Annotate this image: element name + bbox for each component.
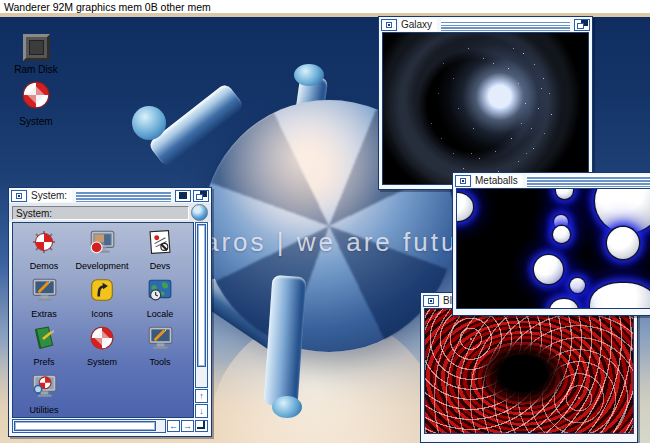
monitor-picture-ball-icon [88, 229, 116, 259]
boing-ball-spiked-icon [30, 229, 58, 259]
metaballs-demo-canvas [456, 188, 650, 309]
drawer-icon-tools[interactable]: Tools [131, 322, 189, 370]
aros-wanderer-screen: Wanderer 92M graphics mem 0B other mem a… [0, 0, 650, 443]
window-system-drawer: System: System: Demos [8, 187, 212, 437]
memory-status-text: Wanderer 92M graphics mem 0B other mem [4, 1, 211, 13]
depth-gadget-icon[interactable] [574, 19, 590, 31]
drawer-icon-system[interactable]: System [73, 322, 131, 370]
titlebar-drag-stripes[interactable] [527, 175, 650, 187]
drawer-icon-extras[interactable]: Extras [15, 274, 73, 322]
system-titlebar[interactable]: System: [9, 188, 211, 203]
wallpaper-tube-cap [272, 396, 302, 418]
wallpaper-tube-cap [132, 106, 166, 140]
road-sign-curved-arrow-icon [88, 277, 116, 307]
vertical-scroll-track[interactable] [195, 222, 208, 388]
drawer-icon-utilities[interactable]: Utilities [15, 370, 73, 418]
galaxy-demo-canvas [382, 32, 589, 185]
drawer-icon-devs[interactable]: Devs [131, 226, 189, 274]
desktop-icon-label: System [19, 116, 52, 127]
titlebar-drag-stripes[interactable] [76, 190, 171, 202]
world-map-clock-icon [146, 277, 174, 307]
galaxy-titlebar[interactable]: Galaxy [379, 17, 592, 32]
monitor-ball-magnifier-icon [30, 373, 58, 403]
path-bar: System: [9, 203, 211, 222]
scroll-down-arrow-icon[interactable]: ↓ [195, 404, 208, 418]
monitor-pencil-icon [30, 277, 58, 307]
close-gadget-icon[interactable] [455, 175, 471, 187]
window-resize-gadget-icon[interactable] [195, 420, 208, 432]
drawer-icon-demos[interactable]: Demos [15, 226, 73, 274]
disk-usage-icon[interactable] [191, 204, 208, 221]
vertical-scroll-thumb[interactable] [197, 224, 206, 367]
monitor-pencil-icon [146, 325, 174, 355]
vertical-scrollbar: ↑ ↓ [195, 222, 208, 418]
metaballs-titlebar[interactable]: Metaballs [453, 173, 650, 188]
desktop-icon-system[interactable]: System [10, 81, 62, 127]
titlebar-drag-stripes[interactable] [441, 19, 570, 31]
scroll-left-arrow-icon[interactable]: ← [167, 420, 180, 432]
screen-title-bar[interactable]: Wanderer 92M graphics mem 0B other mem [0, 0, 650, 14]
green-book-pencil-icon [30, 325, 58, 355]
blackhole-demo-canvas [424, 308, 634, 434]
wallpaper-tube-cap [294, 64, 324, 86]
document-sketch-icon [146, 229, 174, 259]
boing-ball-icon [88, 325, 116, 355]
window-metaballs: Metaballs [452, 172, 650, 316]
window-galaxy: Galaxy [378, 16, 593, 190]
scroll-right-arrow-icon[interactable]: → [181, 420, 194, 432]
desktop-icon-ram-disk[interactable]: Ram Disk [8, 34, 64, 75]
close-gadget-icon[interactable] [11, 190, 27, 202]
drawer-icon-development[interactable]: Development [73, 226, 131, 274]
drawer-icon-prefs[interactable]: Prefs [15, 322, 73, 370]
window-title: Metaballs [473, 175, 523, 187]
drawer-icon-locale[interactable]: Locale [131, 274, 189, 322]
drawer-icon-area: Demos Development [12, 222, 194, 418]
drawer-icon-icons[interactable]: Icons [73, 274, 131, 322]
zoom-gadget-icon[interactable] [175, 190, 191, 202]
ram-disk-chip-icon [23, 34, 50, 61]
window-title: System: [29, 190, 72, 202]
desktop-icon-label: Ram Disk [14, 64, 57, 75]
horizontal-scrollbar: ← → [12, 419, 208, 433]
depth-gadget-icon[interactable] [193, 190, 209, 202]
path-input[interactable]: System: [12, 206, 189, 220]
horizontal-scroll-track[interactable] [12, 419, 166, 433]
horizontal-scroll-thumb[interactable] [14, 421, 156, 431]
scroll-up-arrow-icon[interactable]: ↑ [195, 389, 208, 403]
boing-ball-icon [22, 81, 50, 113]
galaxy-star-particles [383, 33, 384, 34]
window-title: Galaxy [399, 19, 437, 31]
close-gadget-icon[interactable] [423, 295, 439, 307]
close-gadget-icon[interactable] [381, 19, 397, 31]
